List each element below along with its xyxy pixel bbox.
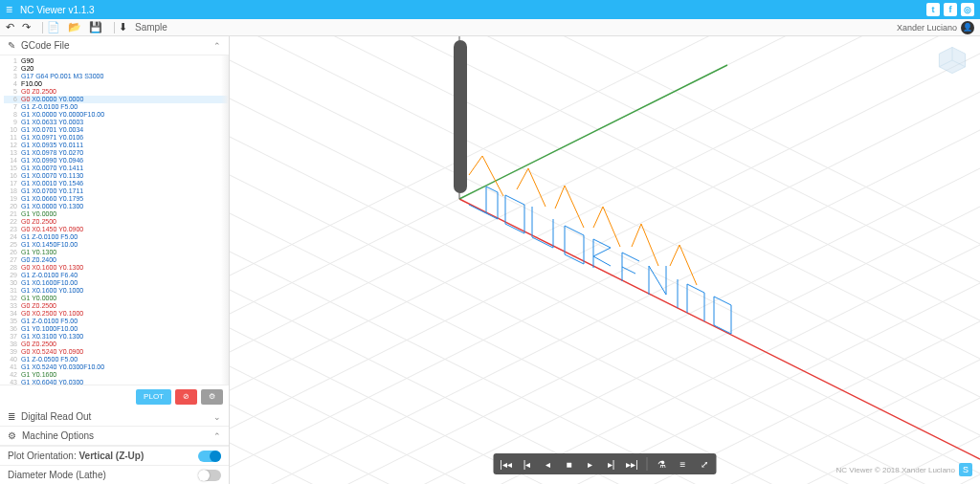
panel-title-gcode: GCode File [21,40,70,51]
svg-line-3 [230,36,980,414]
play-back-button[interactable]: ◂ [540,455,557,473]
panel-title-dro: Digital Read Out [21,411,91,422]
stop-button[interactable]: ■ [561,455,578,473]
svg-line-2 [230,36,980,376]
gear-icon: ⚙ [8,430,16,441]
svg-line-0 [230,36,980,299]
playback-controls: |◂◂ |◂ ◂ ■ ▸ ▸| ▸▸| ⚗ ≡ ⤢ [494,453,717,474]
svg-line-17 [230,36,980,338]
svg-line-19 [230,36,980,414]
svg-line-25 [230,189,980,484]
edit-icon: ✎ [8,40,15,51]
panel-header-gcode[interactable]: ✎ GCode File ⌃ [0,36,229,55]
svg-line-7 [230,113,980,484]
jump-start-button[interactable]: |◂◂ [498,455,515,473]
hamburger-icon[interactable]: ≡ [6,3,12,16]
panel-header-machine[interactable]: ⚙ Machine Options ⌃ [0,427,229,446]
twitter-icon[interactable]: t [926,3,940,16]
expand-button[interactable]: ⤢ [696,455,713,473]
step-fwd-button[interactable]: ▸| [603,455,620,473]
option-diameter-mode[interactable]: Diameter Mode (Lathe) [0,465,229,484]
option-plot-orientation[interactable]: Plot Orientation: Vertical (Z-Up) [0,446,229,465]
svg-line-16 [230,36,980,299]
svg-line-1 [230,36,980,338]
svg-line-18 [230,36,980,376]
tool-cylinder [454,40,467,193]
panel-title-machine: Machine Options [22,430,94,441]
svg-line-9 [230,189,980,484]
download-icon[interactable]: ⬇ [119,21,127,33]
chevron-down-icon: ⌄ [213,412,221,422]
new-file-icon[interactable]: 📄 [47,21,60,33]
jump-end-button[interactable]: ▸▸| [624,455,641,473]
svg-line-27 [230,266,980,484]
filename-label: Sample [135,22,167,33]
play-button[interactable]: ▸ [582,455,599,473]
app-header: ≡ NC Viewer v1.1.3 t f ◎ [0,0,980,19]
user-avatar[interactable]: 👤 [961,21,974,34]
user-name[interactable]: Xander Luciano [897,23,957,33]
instagram-icon[interactable]: ◎ [961,3,974,16]
toggle-orientation[interactable] [198,451,221,462]
nav-cube[interactable] [936,44,969,77]
footer-copyright: NC Viewer © 2018 Xander Luciano S [836,463,973,476]
plot-button[interactable]: PLOT [136,389,171,405]
file-toolbar: ↶ ↷ 📄 📂 💾 ⬇ Sample Xander Luciano 👤 [0,19,980,36]
save-icon[interactable]: 💾 [89,21,102,33]
undo-icon[interactable]: ↶ [6,21,14,33]
step-back-button[interactable]: |◂ [519,455,536,473]
list-icon: ≣ [8,411,15,422]
facebook-icon[interactable]: f [944,3,957,16]
y-axis [459,65,727,199]
svg-line-11 [230,266,980,484]
redo-icon[interactable]: ↷ [22,21,31,33]
toggle-diameter[interactable] [198,470,221,481]
tool-view-button[interactable]: ⚗ [654,455,671,473]
svg-line-23 [230,113,980,484]
chevron-up-icon: ⌃ [213,41,221,51]
cancel-button[interactable]: ⊘ [175,389,197,405]
stripe-badge-icon[interactable]: S [959,463,972,476]
app-title: NC Viewer v1.1.3 [20,5,95,15]
3d-viewport[interactable]: |◂◂ |◂ ◂ ■ ▸ ▸| ▸▸| ⚗ ≡ ⤢ NC Viewer © 20… [230,36,980,484]
panel-header-dro[interactable]: ≣ Digital Read Out ⌄ [0,407,229,427]
settings-button[interactable]: ⚙ [201,389,223,405]
gcode-editor[interactable]: 1G902G203G17 G64 P0.001 M3 S30004F10.005… [0,55,229,385]
chevron-up-icon: ⌃ [213,431,221,441]
open-folder-icon[interactable]: 📂 [68,21,81,33]
sidebar: ✎ GCode File ⌃ 1G902G203G17 G64 P0.001 M… [0,36,230,484]
toggle-lines-button[interactable]: ≡ [675,455,692,473]
